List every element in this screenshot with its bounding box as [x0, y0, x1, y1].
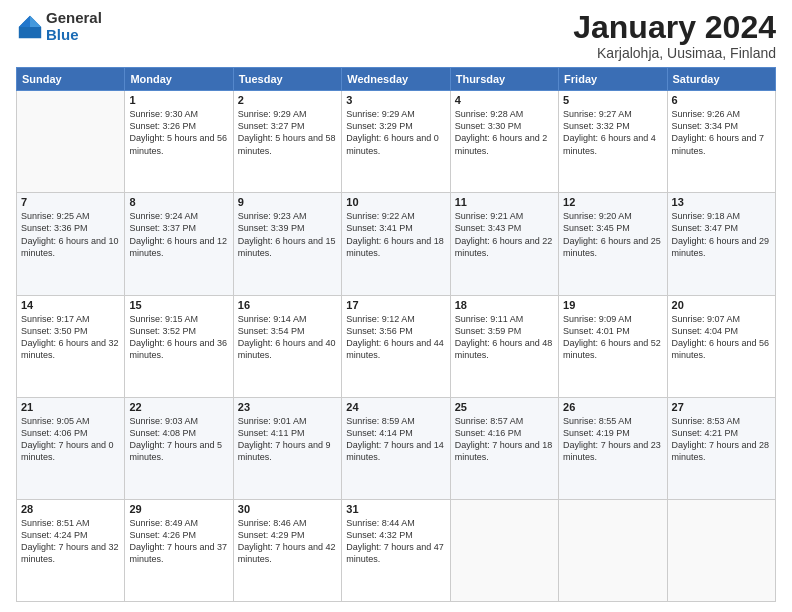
day-number: 13: [672, 196, 771, 208]
calendar-cell: 12Sunrise: 9:20 AM Sunset: 3:45 PM Dayli…: [559, 193, 667, 295]
day-number: 29: [129, 503, 228, 515]
logo: General Blue: [16, 10, 102, 43]
calendar-cell: 19Sunrise: 9:09 AM Sunset: 4:01 PM Dayli…: [559, 295, 667, 397]
day-number: 18: [455, 299, 554, 311]
day-number: 11: [455, 196, 554, 208]
calendar-week-3: 21Sunrise: 9:05 AM Sunset: 4:06 PM Dayli…: [17, 397, 776, 499]
calendar-cell: 10Sunrise: 9:22 AM Sunset: 3:41 PM Dayli…: [342, 193, 450, 295]
calendar-week-2: 14Sunrise: 9:17 AM Sunset: 3:50 PM Dayli…: [17, 295, 776, 397]
col-sunday: Sunday: [17, 68, 125, 91]
day-info: Sunrise: 9:24 AM Sunset: 3:37 PM Dayligh…: [129, 210, 228, 259]
day-info: Sunrise: 9:21 AM Sunset: 3:43 PM Dayligh…: [455, 210, 554, 259]
day-number: 16: [238, 299, 337, 311]
day-info: Sunrise: 9:29 AM Sunset: 3:27 PM Dayligh…: [238, 108, 337, 157]
day-number: 1: [129, 94, 228, 106]
day-info: Sunrise: 9:09 AM Sunset: 4:01 PM Dayligh…: [563, 313, 662, 362]
calendar-cell: 17Sunrise: 9:12 AM Sunset: 3:56 PM Dayli…: [342, 295, 450, 397]
calendar-cell: 30Sunrise: 8:46 AM Sunset: 4:29 PM Dayli…: [233, 499, 341, 601]
calendar-cell: 27Sunrise: 8:53 AM Sunset: 4:21 PM Dayli…: [667, 397, 775, 499]
day-number: 30: [238, 503, 337, 515]
day-number: 22: [129, 401, 228, 413]
calendar-cell: 24Sunrise: 8:59 AM Sunset: 4:14 PM Dayli…: [342, 397, 450, 499]
title-month: January 2024: [573, 10, 776, 45]
day-info: Sunrise: 9:14 AM Sunset: 3:54 PM Dayligh…: [238, 313, 337, 362]
day-number: 9: [238, 196, 337, 208]
calendar-cell: 15Sunrise: 9:15 AM Sunset: 3:52 PM Dayli…: [125, 295, 233, 397]
day-number: 2: [238, 94, 337, 106]
day-info: Sunrise: 9:17 AM Sunset: 3:50 PM Dayligh…: [21, 313, 120, 362]
calendar-cell: 7Sunrise: 9:25 AM Sunset: 3:36 PM Daylig…: [17, 193, 125, 295]
day-number: 31: [346, 503, 445, 515]
day-info: Sunrise: 8:44 AM Sunset: 4:32 PM Dayligh…: [346, 517, 445, 566]
day-info: Sunrise: 9:29 AM Sunset: 3:29 PM Dayligh…: [346, 108, 445, 157]
day-info: Sunrise: 8:55 AM Sunset: 4:19 PM Dayligh…: [563, 415, 662, 464]
day-info: Sunrise: 9:12 AM Sunset: 3:56 PM Dayligh…: [346, 313, 445, 362]
calendar-cell: 6Sunrise: 9:26 AM Sunset: 3:34 PM Daylig…: [667, 91, 775, 193]
col-saturday: Saturday: [667, 68, 775, 91]
calendar-cell: 14Sunrise: 9:17 AM Sunset: 3:50 PM Dayli…: [17, 295, 125, 397]
calendar-cell: [17, 91, 125, 193]
title-location: Karjalohja, Uusimaa, Finland: [573, 45, 776, 61]
calendar-table: Sunday Monday Tuesday Wednesday Thursday…: [16, 67, 776, 602]
logo-blue-text: Blue: [46, 27, 102, 44]
day-number: 24: [346, 401, 445, 413]
day-number: 26: [563, 401, 662, 413]
logo-text: General Blue: [46, 10, 102, 43]
calendar-cell: 8Sunrise: 9:24 AM Sunset: 3:37 PM Daylig…: [125, 193, 233, 295]
day-number: 7: [21, 196, 120, 208]
day-number: 27: [672, 401, 771, 413]
day-info: Sunrise: 8:46 AM Sunset: 4:29 PM Dayligh…: [238, 517, 337, 566]
day-info: Sunrise: 9:03 AM Sunset: 4:08 PM Dayligh…: [129, 415, 228, 464]
day-number: 25: [455, 401, 554, 413]
calendar-cell: 26Sunrise: 8:55 AM Sunset: 4:19 PM Dayli…: [559, 397, 667, 499]
day-info: Sunrise: 9:22 AM Sunset: 3:41 PM Dayligh…: [346, 210, 445, 259]
day-info: Sunrise: 9:20 AM Sunset: 3:45 PM Dayligh…: [563, 210, 662, 259]
calendar-week-0: 1Sunrise: 9:30 AM Sunset: 3:26 PM Daylig…: [17, 91, 776, 193]
header: General Blue January 2024 Karjalohja, Uu…: [16, 10, 776, 61]
calendar-cell: 29Sunrise: 8:49 AM Sunset: 4:26 PM Dayli…: [125, 499, 233, 601]
calendar-cell: 1Sunrise: 9:30 AM Sunset: 3:26 PM Daylig…: [125, 91, 233, 193]
col-thursday: Thursday: [450, 68, 558, 91]
calendar-cell: [559, 499, 667, 601]
calendar-cell: 11Sunrise: 9:21 AM Sunset: 3:43 PM Dayli…: [450, 193, 558, 295]
day-info: Sunrise: 8:59 AM Sunset: 4:14 PM Dayligh…: [346, 415, 445, 464]
day-number: 17: [346, 299, 445, 311]
day-info: Sunrise: 9:26 AM Sunset: 3:34 PM Dayligh…: [672, 108, 771, 157]
day-info: Sunrise: 9:25 AM Sunset: 3:36 PM Dayligh…: [21, 210, 120, 259]
day-info: Sunrise: 9:05 AM Sunset: 4:06 PM Dayligh…: [21, 415, 120, 464]
col-wednesday: Wednesday: [342, 68, 450, 91]
col-friday: Friday: [559, 68, 667, 91]
logo-icon: [16, 13, 44, 41]
day-info: Sunrise: 8:53 AM Sunset: 4:21 PM Dayligh…: [672, 415, 771, 464]
day-number: 5: [563, 94, 662, 106]
calendar-week-4: 28Sunrise: 8:51 AM Sunset: 4:24 PM Dayli…: [17, 499, 776, 601]
calendar-week-1: 7Sunrise: 9:25 AM Sunset: 3:36 PM Daylig…: [17, 193, 776, 295]
calendar-cell: 23Sunrise: 9:01 AM Sunset: 4:11 PM Dayli…: [233, 397, 341, 499]
calendar-cell: 20Sunrise: 9:07 AM Sunset: 4:04 PM Dayli…: [667, 295, 775, 397]
day-number: 23: [238, 401, 337, 413]
day-info: Sunrise: 8:51 AM Sunset: 4:24 PM Dayligh…: [21, 517, 120, 566]
day-number: 19: [563, 299, 662, 311]
title-block: January 2024 Karjalohja, Uusimaa, Finlan…: [573, 10, 776, 61]
day-info: Sunrise: 9:18 AM Sunset: 3:47 PM Dayligh…: [672, 210, 771, 259]
svg-marker-1: [30, 15, 41, 26]
day-number: 3: [346, 94, 445, 106]
day-info: Sunrise: 9:27 AM Sunset: 3:32 PM Dayligh…: [563, 108, 662, 157]
col-monday: Monday: [125, 68, 233, 91]
day-number: 6: [672, 94, 771, 106]
day-info: Sunrise: 8:49 AM Sunset: 4:26 PM Dayligh…: [129, 517, 228, 566]
calendar-cell: 18Sunrise: 9:11 AM Sunset: 3:59 PM Dayli…: [450, 295, 558, 397]
calendar-cell: 25Sunrise: 8:57 AM Sunset: 4:16 PM Dayli…: [450, 397, 558, 499]
day-info: Sunrise: 9:11 AM Sunset: 3:59 PM Dayligh…: [455, 313, 554, 362]
calendar-cell: 31Sunrise: 8:44 AM Sunset: 4:32 PM Dayli…: [342, 499, 450, 601]
day-number: 14: [21, 299, 120, 311]
day-info: Sunrise: 9:15 AM Sunset: 3:52 PM Dayligh…: [129, 313, 228, 362]
calendar-cell: 3Sunrise: 9:29 AM Sunset: 3:29 PM Daylig…: [342, 91, 450, 193]
calendar-header-row: Sunday Monday Tuesday Wednesday Thursday…: [17, 68, 776, 91]
day-info: Sunrise: 9:23 AM Sunset: 3:39 PM Dayligh…: [238, 210, 337, 259]
logo-general-text: General: [46, 10, 102, 27]
day-number: 4: [455, 94, 554, 106]
page: General Blue January 2024 Karjalohja, Uu…: [0, 0, 792, 612]
calendar-cell: 28Sunrise: 8:51 AM Sunset: 4:24 PM Dayli…: [17, 499, 125, 601]
calendar-cell: 22Sunrise: 9:03 AM Sunset: 4:08 PM Dayli…: [125, 397, 233, 499]
